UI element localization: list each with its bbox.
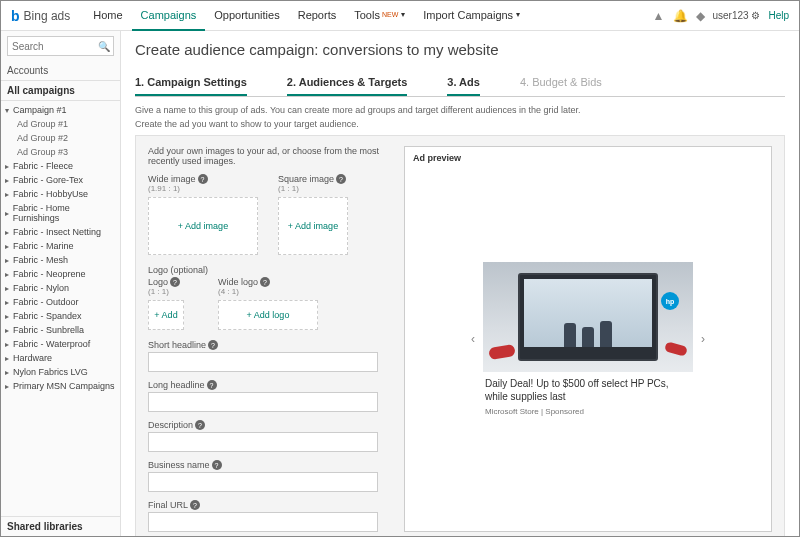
shared-libraries-heading[interactable]: Shared libraries	[1, 516, 120, 536]
nav-opportunities[interactable]: Opportunities	[205, 1, 288, 31]
step-audiences-targets[interactable]: 2. Audiences & Targets	[287, 70, 407, 96]
add-wide-image-label: + Add image	[178, 221, 228, 231]
search-field[interactable]	[8, 41, 98, 52]
caret-right-icon: ▸	[5, 270, 13, 279]
tree-item-label: Primary MSN Campaigns	[13, 381, 115, 391]
nav-tools-label: Tools	[354, 9, 380, 21]
help-icon[interactable]: ?	[212, 460, 222, 470]
step-ads[interactable]: 3. Ads	[447, 70, 480, 96]
accounts-heading[interactable]: Accounts	[1, 61, 120, 81]
tree-item[interactable]: ▸Fabric - Insect Netting	[1, 225, 120, 239]
short-headline-input[interactable]	[148, 352, 378, 372]
final-url-label: Final URL	[148, 500, 188, 510]
caret-right-icon: ▸	[5, 326, 13, 335]
tree-item[interactable]: ▸Fabric - Sunbrella	[1, 323, 120, 337]
tree-item[interactable]: ▸Hardware	[1, 351, 120, 365]
tree-item[interactable]: ▸Fabric - Marine	[1, 239, 120, 253]
tree-subitem[interactable]: Ad Group #1	[1, 117, 120, 131]
preview-prev-button[interactable]: ‹	[471, 332, 475, 346]
tree-item[interactable]: ▸Fabric - Mesh	[1, 253, 120, 267]
tree-item[interactable]: ▸Nylon Fabrics LVG	[1, 365, 120, 379]
step-campaign-settings[interactable]: 1. Campaign Settings	[135, 70, 247, 96]
hint-group-name: Give a name to this group of ads. You ca…	[135, 105, 785, 115]
caret-down-icon: ▾	[5, 106, 13, 115]
help-icon[interactable]: ?	[195, 420, 205, 430]
tree-item[interactable]: ▸Fabric - Nylon	[1, 281, 120, 295]
help-icon[interactable]: ?	[336, 174, 346, 184]
bell-icon[interactable]: 🔔	[673, 9, 688, 23]
logo-text: Bing ads	[24, 9, 71, 23]
nav-campaigns[interactable]: Campaigns	[132, 1, 206, 31]
tree-item-label: Fabric - Gore-Tex	[13, 175, 83, 185]
short-headline-label: Short headline	[148, 340, 206, 350]
add-wide-image-button[interactable]: + Add image	[148, 197, 258, 255]
wide-image-ratio: (1.91 : 1)	[148, 184, 258, 193]
caret-right-icon: ▸	[5, 312, 13, 321]
help-icon[interactable]: ?	[207, 380, 217, 390]
user-menu[interactable]: user123 ⚙	[713, 10, 761, 21]
caret-right-icon: ▸	[5, 190, 13, 199]
tree-item-label: Campaign #1	[13, 105, 67, 115]
final-url-input[interactable]	[148, 512, 378, 532]
add-logo-button[interactable]: + Add	[148, 300, 184, 330]
ad-form: Add your own images to your ad, or choos…	[135, 135, 785, 536]
wizard-steps: 1. Campaign Settings 2. Audiences & Targ…	[135, 70, 785, 97]
all-campaigns-heading[interactable]: All campaigns	[1, 81, 120, 101]
nav-home[interactable]: Home	[84, 1, 131, 31]
help-icon[interactable]: ?	[170, 277, 180, 287]
square-image-ratio: (1 : 1)	[278, 184, 348, 193]
add-wide-logo-button[interactable]: + Add logo	[218, 300, 318, 330]
business-name-input[interactable]	[148, 472, 378, 492]
tree-item[interactable]: ▸Primary MSN Campaigns	[1, 379, 120, 393]
tree-item[interactable]: ▸Fabric - Spandex	[1, 309, 120, 323]
preview-card: hp Daily Deal! Up to $500 off select HP …	[483, 262, 693, 416]
caret-right-icon: ▸	[5, 284, 13, 293]
tree-item[interactable]: ▸Fabric - HobbyUse	[1, 187, 120, 201]
caret-right-icon: ▸	[5, 176, 13, 185]
alert-icon[interactable]: ▲	[653, 9, 665, 23]
nav-import[interactable]: Import Campaigns▾	[414, 1, 529, 31]
wide-logo-ratio: (4 : 1)	[218, 287, 318, 296]
search-input[interactable]: 🔍	[7, 36, 114, 56]
cube-icon[interactable]: ◆	[696, 9, 705, 23]
chevron-down-icon: ▾	[401, 10, 405, 19]
hp-logo-icon: hp	[661, 292, 679, 310]
tree-item[interactable]: ▸Fabric - Fleece	[1, 159, 120, 173]
tree-subitem[interactable]: Ad Group #3	[1, 145, 120, 159]
caret-right-icon: ▸	[5, 368, 13, 377]
tree-item[interactable]: ▸Fabric - Gore-Tex	[1, 173, 120, 187]
help-link[interactable]: Help	[768, 10, 789, 21]
tree-item-label: Nylon Fabrics LVG	[13, 367, 88, 377]
wide-logo-label: Wide logo	[218, 277, 258, 287]
tree-item[interactable]: ▾Campaign #1	[1, 103, 120, 117]
tree-item[interactable]: ▸Fabric - Neoprene	[1, 267, 120, 281]
add-logo-label: + Add	[154, 310, 177, 320]
image-instructions: Add your own images to your ad, or choos…	[148, 146, 388, 166]
help-icon[interactable]: ?	[198, 174, 208, 184]
tree-subitem[interactable]: Ad Group #2	[1, 131, 120, 145]
caret-right-icon: ▸	[5, 209, 13, 218]
nav-tools[interactable]: ToolsNEW▾	[345, 1, 414, 31]
add-square-image-button[interactable]: + Add image	[278, 197, 348, 255]
description-input[interactable]	[148, 432, 378, 452]
search-icon[interactable]: 🔍	[98, 41, 114, 52]
logo[interactable]: b Bing ads	[11, 8, 70, 24]
help-icon[interactable]: ?	[208, 340, 218, 350]
long-headline-input[interactable]	[148, 392, 378, 412]
caret-right-icon: ▸	[5, 256, 13, 265]
chevron-down-icon: ▾	[516, 10, 520, 19]
tree-item[interactable]: ▸Fabric - Outdoor	[1, 295, 120, 309]
help-icon[interactable]: ?	[260, 277, 270, 287]
tree-item[interactable]: ▸Fabric - Home Furnishings	[1, 201, 120, 225]
step-budget-bids: 4. Budget & Bids	[520, 70, 602, 96]
add-wide-logo-label: + Add logo	[247, 310, 290, 320]
tree-item[interactable]: ▸Fabric - Waterproof	[1, 337, 120, 351]
tree-item-label: Fabric - Home Furnishings	[13, 203, 116, 223]
tree-item-label: Fabric - Neoprene	[13, 269, 86, 279]
caret-right-icon: ▸	[5, 340, 13, 349]
help-icon[interactable]: ?	[190, 500, 200, 510]
preview-next-button[interactable]: ›	[701, 332, 705, 346]
nav-reports[interactable]: Reports	[289, 1, 346, 31]
caret-right-icon: ▸	[5, 162, 13, 171]
hint-create-ad: Create the ad you want to show to your t…	[135, 119, 785, 129]
